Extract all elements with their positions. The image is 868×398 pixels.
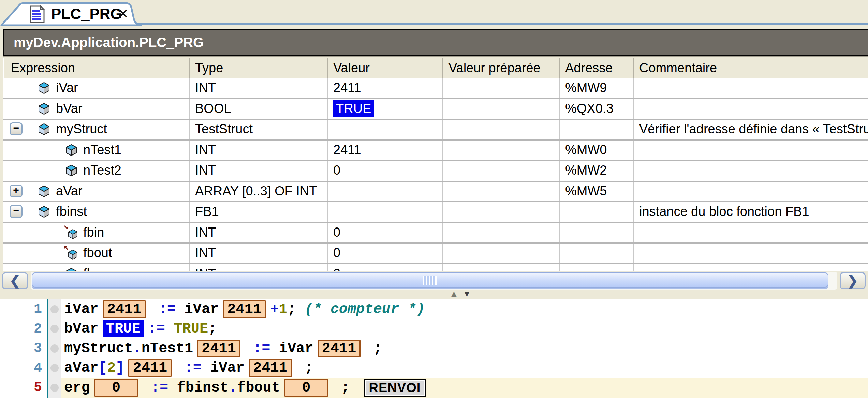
tabstrip-bottom-border bbox=[134, 23, 868, 25]
column-header-type[interactable]: Type bbox=[190, 58, 328, 78]
code-line-content: myStruct.nTest12411 := iVar2411 ; bbox=[61, 339, 868, 358]
value-cell: 0 bbox=[328, 244, 443, 263]
variable-icon bbox=[36, 184, 52, 199]
bool-true-inline-badge: TRUE bbox=[103, 320, 144, 337]
column-header-commentaire[interactable]: Commentaire bbox=[634, 58, 868, 78]
horizontal-scrollbar[interactable]: ❮ ❯ bbox=[0, 271, 868, 291]
address-cell: %MW2 bbox=[560, 161, 634, 181]
code-token bbox=[176, 360, 184, 376]
breakpoint-slot-icon[interactable] bbox=[50, 305, 59, 313]
watch-row-fbinst[interactable]: − fbinstFB1instance du bloc fonction FB1 bbox=[3, 202, 868, 223]
scrollbar-track[interactable] bbox=[31, 272, 837, 290]
prepared-value-cell bbox=[443, 202, 560, 222]
watch-row-nTest2[interactable]: nTest2INT0%MW2 bbox=[3, 161, 868, 182]
bool-true-value-badge: TRUE bbox=[333, 100, 374, 117]
breakpoint-slot-icon[interactable] bbox=[50, 364, 59, 372]
expander-plus-button[interactable]: + bbox=[10, 185, 23, 197]
tab-plc-prg[interactable]: PLC_PRG ✕ bbox=[0, 1, 147, 26]
column-header-valeur[interactable]: Valeur bbox=[328, 58, 443, 78]
code-line-2: 2bVarTRUE:= TRUE; bbox=[0, 319, 868, 339]
watch-row-nTest1[interactable]: nTest1INT2411%MW0 bbox=[3, 141, 868, 161]
breakpoint-slot-icon[interactable] bbox=[50, 344, 59, 353]
code-line-content: aVar[2]2411 := iVar2411 ; bbox=[61, 358, 868, 378]
st-code-editor[interactable]: 1iVar2411 := iVar2411+1; (* compteur *)2… bbox=[0, 299, 868, 398]
variable-output-icon bbox=[64, 246, 79, 261]
expression-cell: − myStruct bbox=[3, 120, 190, 139]
code-token: myStruct bbox=[64, 340, 133, 357]
code-line-content: iVar2411 := iVar2411+1; (* compteur *) bbox=[61, 299, 868, 319]
address-cell bbox=[560, 202, 634, 222]
watch-row-fbvar[interactable]: fbvarINT0 bbox=[3, 264, 868, 271]
watch-row-iVar[interactable]: iVarINT2411%MW9 bbox=[3, 78, 868, 99]
type-cell: BOOL bbox=[190, 99, 328, 119]
code-line-content: erg0 := fbinst.fbout0 ; RENVOI bbox=[61, 378, 868, 398]
address-cell: %QX0.3 bbox=[560, 99, 634, 119]
comment-cell bbox=[634, 78, 868, 98]
breakpoint-gutter[interactable] bbox=[48, 299, 61, 319]
code-token bbox=[165, 321, 174, 337]
comment-cell bbox=[634, 264, 868, 271]
breakpoint-slot-icon[interactable] bbox=[50, 384, 59, 392]
expression-cell: iVar bbox=[3, 78, 190, 98]
code-token: TRUE bbox=[174, 321, 208, 337]
prepared-value-cell bbox=[443, 99, 560, 119]
expression-cell: − fbinst bbox=[3, 202, 190, 222]
code-token: erg bbox=[64, 380, 90, 396]
line-number: 5 bbox=[0, 380, 47, 395]
splitter-collapse-up-icon[interactable]: ▲ bbox=[450, 289, 458, 298]
tab-strip: PLC_PRG ✕ bbox=[0, 0, 868, 29]
tab-close-icon[interactable]: ✕ bbox=[117, 6, 129, 21]
monitor-value-box: 2411 bbox=[223, 300, 266, 318]
watch-row-fbout[interactable]: fboutINT0 bbox=[3, 244, 868, 264]
splitter-collapse-down-icon[interactable]: ▼ bbox=[462, 289, 471, 298]
watch-row-aVar[interactable]: + aVarARRAY [0..3] OF INT%MW5 bbox=[3, 182, 868, 203]
prepared-value-cell bbox=[443, 182, 560, 202]
watch-row-bVar[interactable]: bVarBOOLTRUE%QX0.3 bbox=[3, 99, 868, 120]
column-header-expression[interactable]: Expression bbox=[3, 58, 190, 78]
address-cell bbox=[560, 264, 634, 271]
variable-icon bbox=[36, 101, 52, 116]
value-cell: TRUE bbox=[328, 99, 443, 119]
code-token: fbinst bbox=[168, 380, 228, 396]
variable-icon bbox=[64, 266, 79, 271]
column-header-adresse[interactable]: Adresse bbox=[560, 58, 634, 78]
watch-row-fbin[interactable]: fbinINT0 bbox=[3, 223, 868, 244]
type-cell: TestStruct bbox=[190, 120, 328, 139]
variable-icon bbox=[36, 122, 52, 137]
code-line-1: 1iVar2411 := iVar2411+1; (* compteur *) bbox=[0, 299, 868, 319]
expander-minus-button[interactable]: − bbox=[10, 122, 23, 135]
prepared-value-cell bbox=[443, 264, 560, 271]
type-cell: INT bbox=[190, 141, 328, 160]
breakpoint-gutter[interactable] bbox=[48, 358, 61, 378]
code-line-5: 5erg0 := fbinst.fbout0 ; RENVOI bbox=[0, 378, 868, 398]
renvoi-return-flag: RENVOI bbox=[364, 379, 426, 397]
type-cell: INT bbox=[190, 78, 328, 98]
expression-cell: fbout bbox=[3, 244, 190, 263]
line-number: 1 bbox=[0, 301, 47, 317]
breakpoint-gutter[interactable] bbox=[48, 339, 61, 358]
watch-row-myStruct[interactable]: − myStructTestStructVérifier l'adresse d… bbox=[3, 120, 868, 141]
value-cell: 2411 bbox=[328, 78, 443, 98]
expression-cell: + aVar bbox=[3, 182, 190, 202]
breakpoint-gutter[interactable] bbox=[48, 378, 61, 398]
expander-minus-button[interactable]: − bbox=[10, 205, 23, 218]
expression-cell: nTest1 bbox=[3, 141, 190, 160]
breakpoint-gutter[interactable] bbox=[48, 319, 61, 339]
code-token bbox=[143, 380, 151, 396]
line-number: 2 bbox=[0, 321, 47, 337]
code-token: := bbox=[159, 301, 176, 318]
monitor-value-box: 2411 bbox=[128, 359, 172, 377]
scrollbar-thumb[interactable] bbox=[32, 272, 828, 288]
code-token: ; bbox=[333, 380, 358, 396]
scroll-right-button[interactable]: ❯ bbox=[840, 272, 866, 289]
comment-cell bbox=[634, 223, 868, 243]
comment-cell: instance du bloc fonction FB1 bbox=[634, 202, 868, 222]
scroll-left-button[interactable]: ❮ bbox=[2, 272, 28, 289]
expression-label: aVar bbox=[56, 182, 82, 200]
column-header-valeur-preparee[interactable]: Valeur préparée bbox=[443, 58, 560, 78]
pane-splitter[interactable]: ▲ ▼ bbox=[0, 291, 868, 299]
breakpoint-slot-icon[interactable] bbox=[50, 325, 59, 333]
prepared-value-cell bbox=[443, 141, 560, 160]
expression-label: nTest1 bbox=[83, 141, 121, 159]
code-token: . bbox=[229, 380, 237, 396]
